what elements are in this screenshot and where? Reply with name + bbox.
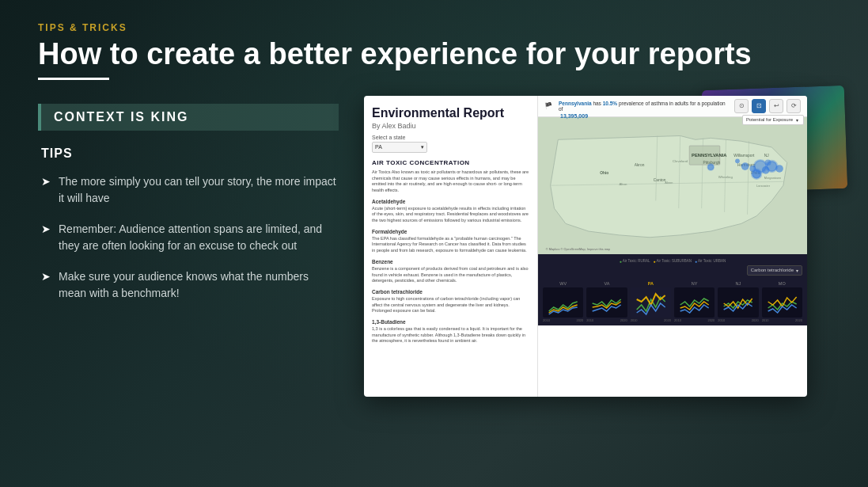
chart-wv: WV 20102020 <box>543 281 583 322</box>
chart-years-mo: 20102020 <box>762 318 802 322</box>
report-title: Environmental Report <box>372 105 529 120</box>
map-prevalence-text: has <box>593 101 602 106</box>
chart-box-pa <box>631 287 671 318</box>
report-preview: Environmental Report By Alex Badiu Selec… <box>364 96 807 397</box>
tip-text-2: Remember: Audience attention spans are l… <box>59 221 339 254</box>
chart-label-wv: WV <box>543 281 583 286</box>
chart-box-ny <box>674 287 714 318</box>
map-dropdown-label: Potential for Exposure <box>746 117 793 122</box>
main-container: TIPS & TRICKS How to create a better exp… <box>0 0 868 487</box>
tip-arrow-2: ➤ <box>41 223 51 235</box>
tip-text-3: Make sure your audience knows what the n… <box>59 268 339 302</box>
chart-box-wv <box>543 287 583 318</box>
report-section-title: AIR TOXIC CONCENTRATION <box>372 159 529 166</box>
map-state-name: Pennsylvania <box>559 101 592 106</box>
report-right-column: 🏴 Pennsylvania has 10.5% prevalence of a… <box>538 96 807 397</box>
tip-item-3: ➤ Make sure your audience knows what the… <box>41 268 339 302</box>
report-select-label: Select a state <box>372 135 529 140</box>
svg-text:Williamsport: Williamsport <box>733 153 755 157</box>
report-subtitle-butadiene: 1,3-Butadiene <box>372 319 529 325</box>
chart-nj: NJ 20102020 <box>718 281 758 322</box>
report-inner: Environmental Report By Alex Badiu Selec… <box>364 96 807 397</box>
tip-arrow-3: ➤ <box>41 270 51 283</box>
select-chevron-icon: ▾ <box>421 144 424 150</box>
svg-text:Wheeling: Wheeling <box>718 174 733 178</box>
report-body-benzene: Benzene is a component of products deriv… <box>372 266 529 284</box>
tip-item-1: ➤ The more simply you can tell your stor… <box>41 173 339 207</box>
map-svg: Ohio Akron PENNSYLVANIA Pittsburgh Willi… <box>538 124 807 254</box>
chart-years-nj: 20102020 <box>718 318 758 322</box>
map-prevalence-pct: 10.5% <box>603 101 617 106</box>
context-banner-text: CONTEXT IS KING <box>54 110 188 124</box>
svg-point-27 <box>741 162 749 170</box>
context-banner: CONTEXT IS KING <box>38 104 339 131</box>
svg-text:© Mapbox © OpenStreetMap, Impr: © Mapbox © OpenStreetMap, Improve this m… <box>546 248 610 251</box>
chart-pa: PA 20102020 <box>631 281 671 322</box>
chart-label-va: VA <box>586 281 627 286</box>
header: TIPS & TRICKS How to create a better exp… <box>38 22 830 80</box>
report-body-carbon: Exposure to high concentrations of carbo… <box>372 296 529 314</box>
report-left-column: Environmental Report By Alex Badiu Selec… <box>364 96 538 397</box>
chart-dropdown[interactable]: Carbon tetrachloride ▾ <box>747 265 802 276</box>
report-select-value: PA <box>375 144 382 150</box>
report-subtitle-carbon: Carbon tetrachloride <box>372 289 529 295</box>
chart-years-pa: 20102020 <box>631 318 671 322</box>
charts-grid: WV 20102020 <box>543 281 802 322</box>
chart-years-ny: 20102020 <box>674 318 714 322</box>
chart-box-va <box>586 287 627 318</box>
report-body-butadiene: 1,3 is a colorless gas that is easily co… <box>372 326 529 344</box>
report-body-para-1: Air Toxics Also known as toxic air pollu… <box>372 169 529 194</box>
map-controls: ⊙ ⊡ ↩ ⟳ <box>734 99 801 113</box>
content-row: CONTEXT IS KING TIPS ➤ The more simply y… <box>38 96 830 397</box>
left-panel: CONTEXT IS KING TIPS ➤ The more simply y… <box>38 96 339 316</box>
chart-box-mo <box>762 287 802 318</box>
main-title: How to create a better experience for yo… <box>38 38 830 71</box>
svg-point-34 <box>775 165 783 173</box>
svg-text:Cleveland: Cleveland <box>673 159 688 163</box>
legend-suburban: Air Toxic: SUBURBAN <box>654 259 692 264</box>
svg-point-33 <box>767 161 778 172</box>
svg-text:NJ: NJ <box>764 153 769 157</box>
tip-text-1: The more simply you can tell your story,… <box>59 173 339 207</box>
map-dropdown[interactable]: Potential for Exposure ▾ <box>742 115 804 125</box>
svg-text:Canton: Canton <box>654 178 666 182</box>
map-dropdown-chevron: ▾ <box>796 117 798 123</box>
tip-arrow-1: ➤ <box>41 175 51 188</box>
chart-va: VA 20102020 <box>586 281 627 322</box>
svg-text:Lancaster: Lancaster <box>756 185 771 188</box>
chart-label-ny: NY <box>674 281 714 286</box>
tips-heading: TIPS <box>41 146 339 161</box>
tips-label: TIPS & TRICKS <box>38 22 830 33</box>
svg-text:Akron: Akron <box>635 163 645 167</box>
right-panel: Environmental Report By Alex Badiu Selec… <box>364 96 830 397</box>
report-subtitle-formaldehyde: Formaldehyde <box>372 229 529 234</box>
chart-years-wv: 20102020 <box>543 318 583 322</box>
legend-rural: Air Toxic: RURAL <box>620 259 650 264</box>
chart-label-mo: MO <box>762 281 802 286</box>
title-underline <box>38 78 109 80</box>
tip-item-2: ➤ Remember: Audience attention spans are… <box>41 221 339 254</box>
chart-mo: MO 20102020 <box>762 281 802 322</box>
chart-box-nj <box>718 287 758 318</box>
report-subtitle-acetaldehyde: Acetaldehyde <box>372 199 529 204</box>
svg-text:Alton: Alton <box>619 182 627 186</box>
map-state-flag: 🏴 <box>544 102 552 109</box>
tips-section: TIPS ➤ The more simply you can tell your… <box>38 146 339 302</box>
report-subtitle-benzene: Benzene <box>372 259 529 264</box>
svg-text:PENNSYLVANIA: PENNSYLVANIA <box>692 152 727 157</box>
report-state-select[interactable]: PA ▾ <box>372 142 427 153</box>
svg-text:Morgantown: Morgantown <box>764 177 781 180</box>
svg-text:Ohio: Ohio <box>600 171 608 175</box>
map-btn-1[interactable]: ⊙ <box>734 99 749 113</box>
report-body-acetaldehyde: Acute (short-term) exposure to acetaldeh… <box>372 206 529 224</box>
chart-dropdown-label: Carbon tetrachloride <box>751 268 794 272</box>
svg-text:Akron: Akron <box>665 181 673 185</box>
map-btn-2[interactable]: ⊡ <box>752 99 766 113</box>
report-body-formaldehyde: The EPA has classified formaldehyde as a… <box>372 236 529 254</box>
report-author: By Alex Badiu <box>372 122 529 130</box>
chart-ny: NY 20102020 <box>674 281 714 322</box>
svg-point-25 <box>707 164 714 170</box>
map-btn-3[interactable]: ↩ <box>769 99 783 113</box>
chart-dropdown-chevron: ▾ <box>796 268 798 273</box>
map-btn-4[interactable]: ⟳ <box>787 99 801 113</box>
